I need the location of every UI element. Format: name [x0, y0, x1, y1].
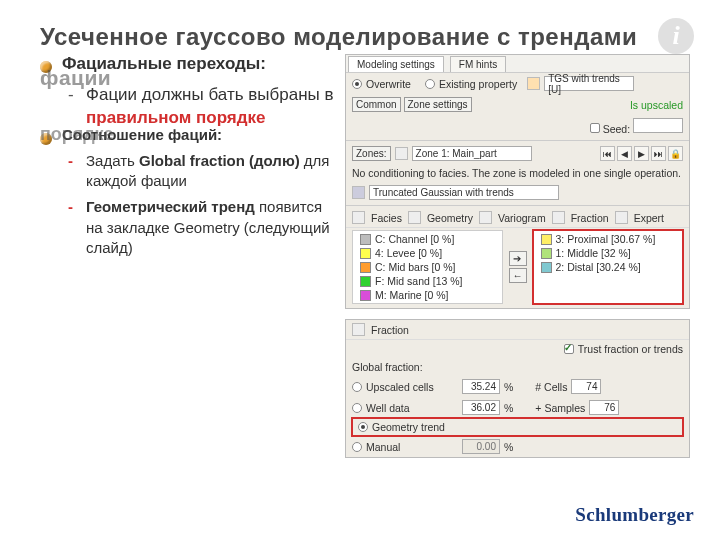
property-select[interactable]: TGS with trends [U] [544, 76, 634, 91]
val-upscaled[interactable]: 35.24 [462, 379, 500, 394]
nav-last-icon[interactable]: ⏭ [651, 146, 666, 161]
overlay-subtitle-2: порядке [40, 124, 114, 145]
dash-icon: - [68, 197, 78, 258]
bullet-ratio: порядке Соотношение фаций: [40, 126, 335, 145]
method-icon [352, 186, 365, 199]
chk-trust-fraction[interactable] [564, 344, 574, 354]
label-trust-fraction: Trust fraction or trends [578, 343, 683, 355]
label-welldata: Well data [366, 402, 458, 414]
bullet-transitions: фации Фациальные переходы: [40, 54, 335, 74]
zone-select[interactable]: Zone 1: Main_part [412, 146, 532, 161]
nav-lock-icon[interactable]: 🔒 [668, 146, 683, 161]
btn-common[interactable]: Common [352, 97, 401, 112]
zone-icon [395, 147, 408, 160]
label-seed: Seed: [603, 123, 630, 135]
label-upscaled: Upscaled cells [366, 381, 458, 393]
global-fraction-label: Global fraction: [346, 358, 689, 376]
input-seed[interactable] [633, 118, 683, 133]
geometry-tab-icon [408, 211, 421, 224]
radio-geometry-trend[interactable] [358, 422, 368, 432]
tab-fraction-selected[interactable]: Fraction [371, 324, 409, 336]
expert-tab-icon [615, 211, 628, 224]
tab-modeling-settings[interactable]: Modeling settings [348, 56, 444, 72]
btn-zone-settings[interactable]: Zone settings [404, 97, 472, 112]
tab-geometry[interactable]: Geometry [427, 212, 473, 224]
modeling-settings-panel: Modeling settings FM hints Overwrite Exi… [345, 54, 690, 309]
val-samples: 76 [589, 400, 619, 415]
label-existing: Existing property [439, 78, 517, 90]
method-select[interactable]: Truncated Gaussian with trends [369, 185, 559, 200]
dash-text-a: Фации должны бать выбраны в [86, 85, 334, 104]
fraction-tab-icon [552, 211, 565, 224]
val-manual: 0.00 [462, 439, 500, 454]
move-left-icon[interactable]: ← [509, 268, 527, 283]
dash-icon: - [68, 151, 78, 192]
radio-overwrite[interactable] [352, 79, 362, 89]
zones-button[interactable]: Zones: [352, 146, 391, 161]
radio-existing[interactable] [425, 79, 435, 89]
tab-facies[interactable]: Facies [371, 212, 402, 224]
val-welldata[interactable]: 36.02 [462, 400, 500, 415]
radio-welldata[interactable] [352, 403, 362, 413]
fraction-icon [352, 323, 365, 336]
move-right-icon[interactable]: ➔ [509, 251, 527, 266]
dash-global-fraction: - Задать Global fraction (долю) для кажд… [68, 151, 335, 192]
label-geometry-trend: Geometry trend [372, 421, 542, 433]
nav-next-icon[interactable]: ▶ [634, 146, 649, 161]
d2a-pre: Задать [86, 152, 139, 169]
tab-fm-hints[interactable]: FM hints [450, 56, 506, 72]
tab-variogram[interactable]: Variogram [498, 212, 546, 224]
tab-expert[interactable]: Expert [634, 212, 664, 224]
label-overwrite: Overwrite [366, 78, 411, 90]
overlay-subtitle: фации [40, 66, 111, 90]
nav-prev-icon[interactable]: ◀ [617, 146, 632, 161]
label-manual: Manual [366, 441, 458, 453]
radio-manual[interactable] [352, 442, 362, 452]
nav-first-icon[interactable]: ⏮ [600, 146, 615, 161]
val-cells: 74 [571, 379, 601, 394]
info-icon: i [658, 18, 694, 54]
conditioning-label: No conditioning to facies. The zone is m… [346, 164, 689, 182]
status-upscaled: Is upscaled [630, 99, 683, 111]
page-title: Усеченное гауссово моделирование с тренд… [40, 22, 690, 52]
variogram-tab-icon [479, 211, 492, 224]
property-icon [527, 77, 540, 90]
facies-tab-icon [352, 211, 365, 224]
dash-geometry-trend: - Геометрический тренд появится на закла… [68, 197, 335, 258]
fraction-panel: Fraction Trust fraction or trends Global… [345, 319, 690, 458]
facies-list-left[interactable]: C: Channel [0 %] 4: Levee [0 %] C: Mid b… [352, 230, 503, 304]
radio-upscaled[interactable] [352, 382, 362, 392]
tab-fraction[interactable]: Fraction [571, 212, 609, 224]
label-samples: + Samples [535, 402, 585, 414]
d2b-bold: Геометрический тренд [86, 198, 255, 215]
chk-seed[interactable] [590, 123, 600, 133]
d2a-bold: Global fraction (долю) [139, 152, 300, 169]
facies-list-right[interactable]: 3: Proximal [30.67 %] 1: Middle [32 %] 2… [533, 230, 684, 304]
label-cells: # Cells [535, 381, 567, 393]
brand-logo: Schlumberger [575, 504, 694, 526]
